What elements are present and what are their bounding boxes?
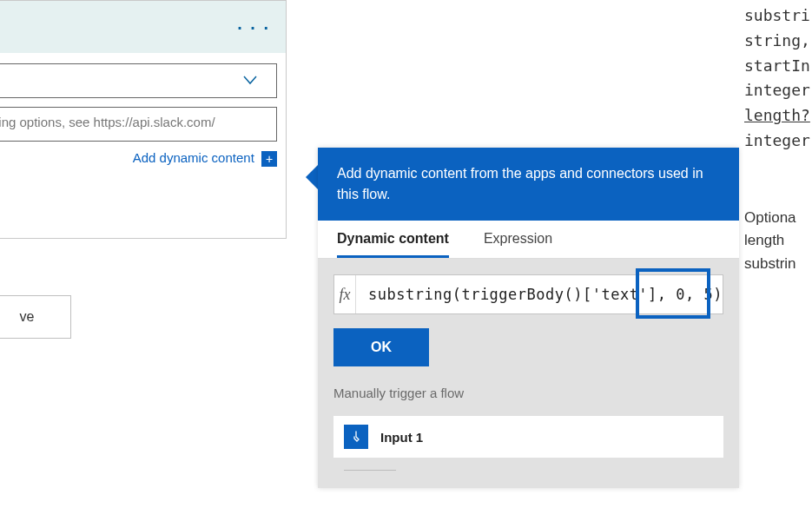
action-card: · · · tting options, see https://api.sla… xyxy=(0,0,287,239)
card-header: · · · xyxy=(0,1,286,53)
doc-line: substri xyxy=(744,3,812,29)
flyout-header: Add dynamic content from the apps and co… xyxy=(318,148,739,221)
channel-select[interactable] xyxy=(0,63,277,98)
flyout-tabs: Dynamic content Expression xyxy=(318,221,739,259)
ok-button[interactable]: OK xyxy=(333,328,429,366)
more-icon[interactable]: · · · xyxy=(237,18,270,38)
doc-line: string, xyxy=(744,29,812,54)
doc-desc-line: Optiona xyxy=(744,207,812,229)
dynamic-item-label: Input 1 xyxy=(380,430,423,445)
doc-params: substri string, startIn integer length? … xyxy=(744,3,812,154)
chevron-down-icon xyxy=(241,71,259,93)
doc-line: startIn xyxy=(744,54,812,79)
save-button[interactable]: ve xyxy=(0,295,71,339)
add-dynamic-content-link[interactable]: Add dynamic content + xyxy=(0,142,286,167)
tab-dynamic-content[interactable]: Dynamic content xyxy=(337,231,449,258)
add-dynamic-content-label: Add dynamic content xyxy=(133,150,254,165)
trigger-section-label: Manually trigger a flow xyxy=(333,386,723,400)
message-text-input[interactable]: tting options, see https://api.slack.com… xyxy=(0,107,277,142)
dynamic-item-input-1[interactable]: Input 1 xyxy=(333,416,723,458)
dynamic-content-flyout: Add dynamic content from the apps and co… xyxy=(318,148,739,488)
doc-line: length? xyxy=(744,103,812,129)
plus-icon: + xyxy=(261,151,277,167)
item-separator xyxy=(344,470,396,471)
flyout-pointer xyxy=(306,165,318,189)
touch-icon xyxy=(344,425,368,449)
flyout-body: fx substring(triggerBody()['text'], 0, 5… xyxy=(318,259,739,488)
doc-line: integer xyxy=(744,78,812,103)
expression-input[interactable]: fx substring(triggerBody()['text'], 0, 5… xyxy=(333,274,723,314)
tab-expression[interactable]: Expression xyxy=(484,231,552,258)
doc-line: integer xyxy=(744,129,812,154)
fx-icon: fx xyxy=(334,275,356,313)
expression-text[interactable]: substring(triggerBody()['text'], 0, 5) xyxy=(356,286,723,303)
doc-desc-line: length xyxy=(744,229,812,252)
doc-description: Optiona length substrin xyxy=(744,207,812,275)
doc-desc-line: substrin xyxy=(744,253,812,275)
